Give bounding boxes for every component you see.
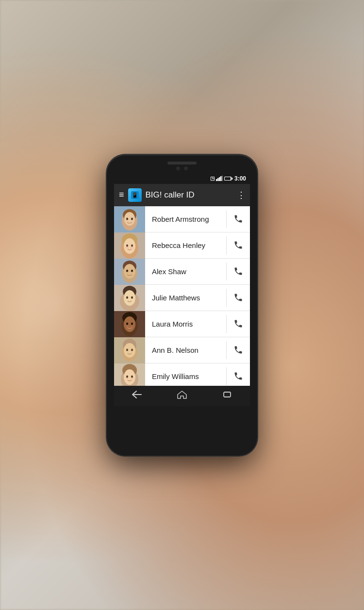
contact-item[interactable]: Rebecca Henley [114,232,250,259]
svg-point-34 [126,296,128,298]
contact-name: Julie Matthews [145,285,226,311]
svg-point-48 [126,348,128,351]
svg-point-22 [126,247,129,248]
svg-rect-3 [220,176,222,181]
svg-point-49 [131,348,133,351]
scene: ◳ 3:00 [0,0,364,610]
phone-icon [233,214,243,224]
contact-call-button[interactable] [227,311,250,337]
hamburger-icon[interactable]: ≡ [119,190,124,200]
phone-icon [233,266,243,276]
sensor-camera [176,166,180,170]
svg-point-21 [131,244,133,247]
svg-point-19 [124,238,135,254]
contact-name: Rebecca Henley [145,232,226,258]
svg-point-28 [126,269,128,272]
contact-call-button[interactable] [227,285,250,311]
phone-icon [233,371,243,381]
recents-button[interactable] [214,388,240,403]
svg-point-41 [131,322,133,325]
contact-item[interactable]: Julie Matthews [114,285,250,311]
contact-item[interactable]: Robert Armstrong [114,206,250,232]
contact-avatar [114,285,145,311]
svg-point-23 [131,247,133,248]
phone-icon [233,293,243,302]
svg-point-20 [126,244,128,247]
svg-point-56 [126,378,129,379]
sensor-proximity [184,166,188,170]
svg-point-55 [131,375,133,378]
phone-speaker [167,162,197,165]
contact-item[interactable]: Alex Shaw [114,259,250,285]
svg-rect-4 [222,176,223,181]
svg-point-47 [124,343,135,358]
contact-name: Ann B. Nelson [145,337,226,363]
contact-name: Alex Shaw [145,259,226,284]
svg-point-42 [126,325,129,327]
svg-rect-1 [217,178,219,181]
phone-screen: ◳ 3:00 [114,173,250,406]
signal-bars-icon [216,176,223,181]
svg-point-29 [131,269,133,272]
contact-item[interactable]: Ann B. Nelson [114,337,250,363]
svg-point-54 [126,375,128,378]
svg-point-35 [131,296,133,298]
phone-icon [233,345,243,355]
app-icon: 📱 [128,188,142,202]
contact-call-button[interactable] [227,337,250,363]
contact-avatar [114,232,145,259]
svg-rect-7 [225,177,231,180]
svg-rect-6 [232,178,232,180]
contact-avatar [114,259,145,285]
contact-item[interactable]: Laura Morris [114,311,250,337]
svg-point-27 [124,264,135,279]
contact-call-button[interactable] [227,363,250,386]
contact-avatar [114,363,145,386]
svg-rect-64 [224,392,231,397]
svg-point-57 [131,378,133,379]
overflow-menu-icon[interactable]: ⋮ [237,190,245,200]
back-button[interactable] [124,388,150,403]
contact-avatar [114,311,145,337]
phone-icon [233,319,243,329]
bottom-nav [114,386,250,406]
svg-point-53 [124,369,135,385]
svg-point-33 [124,290,135,306]
wifi-icon: ◳ [210,176,215,181]
phone-icon [233,240,243,250]
contact-call-button[interactable] [227,259,250,284]
svg-text:📱: 📱 [132,192,138,198]
battery-icon [224,176,233,181]
svg-point-39 [124,316,135,332]
svg-point-13 [124,212,135,226]
svg-point-15 [131,217,133,220]
contact-list: Robert Armstrong Rebecca Henley [114,206,250,386]
svg-rect-2 [219,177,220,181]
svg-point-40 [126,322,128,325]
contact-call-button[interactable] [227,206,250,232]
home-button[interactable] [169,388,195,403]
contact-avatar [114,206,145,232]
phone-device: ◳ 3:00 [107,155,257,456]
svg-point-14 [126,217,128,220]
contact-call-button[interactable] [227,232,250,258]
phone-sensors [176,166,188,170]
contact-avatar [114,337,145,363]
status-icons: ◳ 3:00 [210,175,246,182]
status-time: 3:00 [234,175,246,182]
app-title: BIG! caller ID [146,190,233,200]
contact-name: Robert Armstrong [145,206,226,232]
svg-rect-0 [216,179,217,181]
contact-item[interactable]: Emily Williams [114,363,250,386]
app-bar: ≡ 📱 BIG! caller ID ⋮ [114,184,250,206]
svg-point-43 [131,325,133,327]
contact-name: Emily Williams [145,363,226,386]
status-bar: ◳ 3:00 [114,173,250,184]
contact-name: Laura Morris [145,311,226,337]
big-caller-id-logo: 📱 [131,191,139,199]
